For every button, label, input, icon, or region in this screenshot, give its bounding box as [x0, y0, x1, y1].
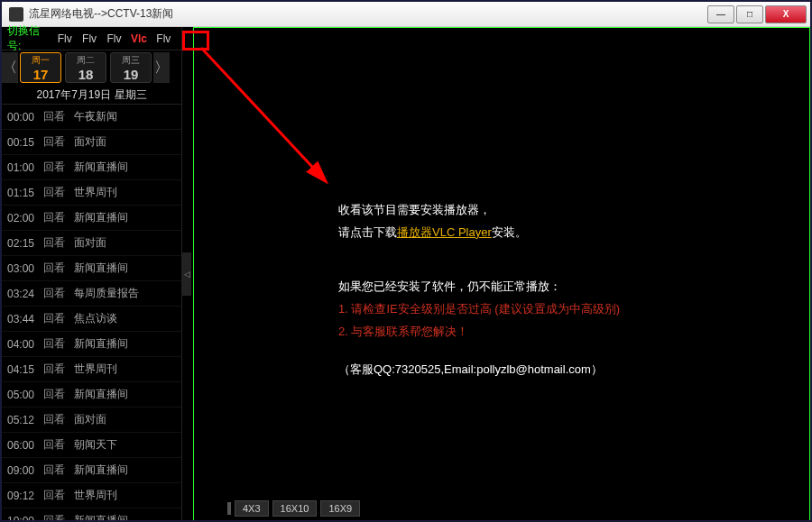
program-action: 回看 — [43, 412, 74, 427]
msg-line-5: 2. 与客服联系帮您解决！ — [338, 321, 620, 343]
aspect-4x3-button[interactable]: 4X3 — [235, 500, 269, 517]
program-time: 03:00 — [7, 262, 43, 275]
program-item[interactable]: 03:44回看焦点访谈 — [2, 307, 181, 332]
program-action: 回看 — [43, 437, 74, 453]
date-tab-weekday: 周一 — [32, 54, 50, 67]
program-item[interactable]: 05:00回看新闻直播间 — [2, 382, 181, 408]
app-body: 切换信号: Flv Flv Flv Vlc Flv 〈 周一 17 周二 18 … — [2, 27, 810, 520]
program-name: 焦点访谈 — [74, 311, 176, 326]
program-item[interactable]: 10:00回看新闻直播间 — [2, 508, 181, 520]
program-name: 新闻直播间 — [74, 387, 176, 402]
msg-line-3: 如果您已经安装了软件，仍不能正常播放： — [338, 276, 620, 298]
program-time: 09:12 — [7, 490, 43, 502]
signal-option-4[interactable]: Flv — [152, 32, 176, 45]
date-tab-2[interactable]: 周三 19 — [110, 52, 152, 83]
program-action: 回看 — [43, 387, 74, 402]
program-name: 新闻直播间 — [74, 513, 176, 520]
msg-line-4: 1. 请检查IE安全级别是否过高 (建议设置成为中高级别) — [338, 298, 620, 321]
program-item[interactable]: 03:00回看新闻直播间 — [2, 256, 181, 281]
signal-row: 切换信号: Flv Flv Flv Vlc Flv — [2, 27, 181, 50]
signal-option-2[interactable]: Flv — [102, 32, 126, 45]
program-item[interactable]: 03:24回看每周质量报告 — [2, 281, 181, 307]
program-item[interactable]: 01:00回看新闻直播间 — [2, 155, 181, 180]
date-heading: 2017年7月19日 星期三 — [2, 85, 181, 105]
msg-line-6: （客服QQ:7320525,Email:pollyzlb@hotmail.com… — [338, 359, 620, 381]
signal-option-1[interactable]: Flv — [77, 32, 101, 45]
program-action: 回看 — [43, 488, 74, 503]
program-name: 面对面 — [74, 412, 176, 427]
program-time: 04:00 — [7, 338, 43, 351]
program-item[interactable]: 01:15回看世界周刊 — [2, 180, 181, 206]
program-item[interactable]: 02:00回看新闻直播间 — [2, 206, 181, 231]
program-name: 世界周刊 — [74, 362, 176, 377]
date-tab-day: 17 — [33, 67, 49, 82]
program-time: 03:24 — [7, 288, 43, 300]
program-item[interactable]: 05:12回看面对面 — [2, 408, 181, 433]
program-item[interactable]: 02:15回看面对面 — [2, 231, 181, 256]
close-button[interactable]: X — [765, 5, 807, 23]
aspect-ratio-bar: 4X3 16X10 16X9 — [227, 500, 360, 517]
video-area: 收看该节目需要安装播放器， 请点击下载播放器VLC Player安装。 如果您已… — [193, 27, 810, 520]
vlc-download-link[interactable]: 播放器VLC Player — [397, 225, 492, 239]
signal-option-3-vlc[interactable]: Vlc — [126, 32, 151, 45]
program-name: 朝闻天下 — [74, 437, 176, 453]
program-item[interactable]: 04:15回看世界周刊 — [2, 357, 181, 382]
program-action: 回看 — [43, 160, 74, 175]
program-action: 回看 — [43, 286, 74, 301]
aspect-16x9-button[interactable]: 16X9 — [320, 500, 360, 517]
date-prev-button[interactable]: 〈 — [2, 52, 18, 83]
date-tab-weekday: 周三 — [122, 54, 140, 67]
program-time: 04:15 — [7, 363, 43, 376]
player-message: 收看该节目需要安装播放器， 请点击下载播放器VLC Player安装。 如果您已… — [338, 199, 620, 381]
aspect-16x10-button[interactable]: 16X10 — [272, 500, 318, 517]
program-action: 回看 — [43, 513, 74, 520]
program-name: 每周质量报告 — [74, 286, 176, 301]
program-list[interactable]: 00:00回看午夜新闻00:15回看面对面01:00回看新闻直播间01:15回看… — [2, 105, 181, 520]
program-item[interactable]: 04:00回看新闻直播间 — [2, 332, 181, 357]
date-next-button[interactable]: 〉 — [153, 52, 170, 83]
collapse-handle[interactable]: ◁ — [182, 252, 191, 296]
program-name: 面对面 — [74, 134, 176, 150]
program-time: 03:44 — [7, 313, 43, 325]
date-tab-0[interactable]: 周一 17 — [20, 52, 61, 83]
msg-line-1: 收看该节目需要安装播放器， — [338, 199, 620, 222]
window-controls: — □ X — [706, 5, 807, 23]
program-time: 02:15 — [7, 237, 43, 250]
program-item[interactable]: 09:00回看新闻直播间 — [2, 458, 181, 483]
program-action: 回看 — [43, 210, 74, 225]
program-name: 世界周刊 — [74, 185, 176, 200]
program-name: 新闻直播间 — [74, 261, 176, 276]
msg-line-2-pre: 请点击下载 — [338, 225, 397, 239]
signal-label: 切换信号: — [7, 23, 47, 54]
right-panel: ◁ 收看该节目需要安装播放器， 请点击下载播放器VLC Player安装。 如果… — [182, 27, 810, 520]
program-action: 回看 — [43, 185, 74, 200]
app-icon — [9, 7, 23, 22]
program-name: 新闻直播间 — [74, 462, 176, 478]
program-time: 05:12 — [7, 414, 43, 426]
program-action: 回看 — [43, 336, 74, 352]
program-item[interactable]: 00:15回看面对面 — [2, 130, 181, 155]
program-item[interactable]: 09:12回看世界周刊 — [2, 483, 181, 508]
msg-line-2-post: 安装。 — [492, 225, 527, 239]
program-name: 面对面 — [74, 235, 176, 251]
date-tab-1[interactable]: 周二 18 — [65, 52, 106, 83]
program-action: 回看 — [43, 462, 74, 478]
program-time: 09:00 — [7, 464, 43, 477]
window-title: 流星网络电视-->CCTV-13新闻 — [29, 6, 706, 22]
program-action: 回看 — [43, 261, 74, 276]
program-action: 回看 — [43, 235, 74, 251]
program-name: 新闻直播间 — [74, 210, 176, 225]
program-time: 05:00 — [7, 389, 43, 401]
date-tab-day: 18 — [78, 67, 94, 82]
program-name: 新闻直播间 — [74, 160, 176, 175]
program-name: 世界周刊 — [74, 488, 176, 503]
program-item[interactable]: 06:00回看朝闻天下 — [2, 433, 181, 458]
program-time: 00:00 — [7, 111, 43, 124]
program-item[interactable]: 00:00回看午夜新闻 — [2, 105, 181, 130]
maximize-button[interactable]: □ — [736, 5, 763, 23]
program-time: 01:00 — [7, 161, 43, 174]
signal-option-0[interactable]: Flv — [52, 32, 77, 45]
minimize-button[interactable]: — — [707, 5, 734, 23]
msg-line-2: 请点击下载播放器VLC Player安装。 — [338, 222, 620, 244]
left-panel: 切换信号: Flv Flv Flv Vlc Flv 〈 周一 17 周二 18 … — [2, 27, 182, 520]
